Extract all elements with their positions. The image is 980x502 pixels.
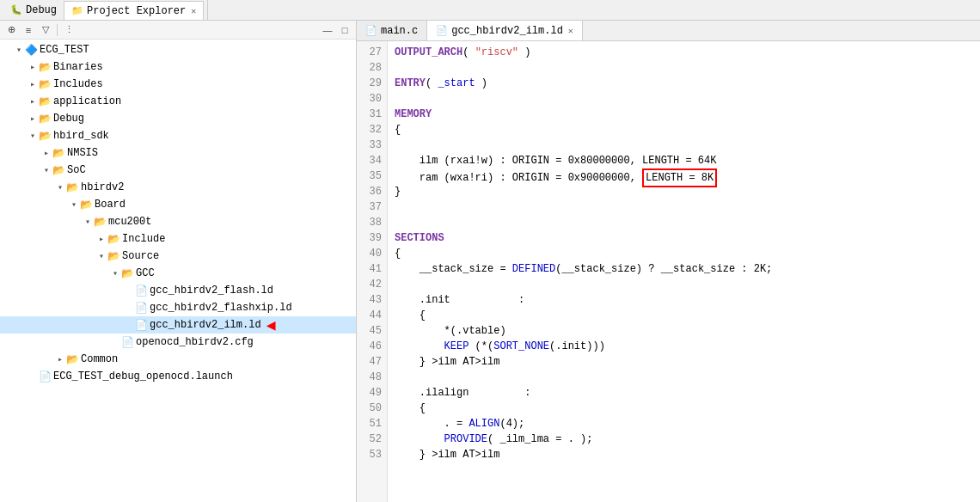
ln-34: 34: [357, 153, 387, 168]
gcc-icon: 📂: [120, 267, 134, 280]
code-line-28: [395, 60, 973, 76]
includes-icon: 📂: [38, 78, 52, 91]
code-line-36: }: [395, 184, 973, 199]
arrow-board: ▾: [69, 199, 79, 210]
code-line-27: OUTPUT_ARCH( "riscv" ): [395, 45, 973, 60]
tab-gcc-ilm-close[interactable]: ✕: [568, 26, 573, 36]
tree-item-gcc-flash[interactable]: ▸ 📄 gcc_hbirdv2_flash.ld: [0, 282, 356, 299]
code-line-38: [395, 215, 973, 230]
code-line-40: {: [395, 246, 973, 261]
tree-item-ecg-test[interactable]: ▾ 🔷 ECG_TEST: [0, 41, 356, 58]
ln-45: 45: [357, 323, 387, 339]
ln-53: 53: [357, 447, 387, 462]
tab-debug[interactable]: 🐛 Debug: [3, 0, 64, 20]
tree-item-board[interactable]: ▾ 📂 Board: [0, 196, 356, 213]
ln-51: 51: [357, 416, 387, 432]
application-label: application: [53, 95, 121, 107]
tree-item-include[interactable]: ▸ 📂 Include: [0, 230, 356, 248]
ln-29: 29: [357, 76, 387, 91]
tree-item-gcc-ilm[interactable]: ▸ 📄 gcc_hbirdv2_ilm.ld ◀: [0, 316, 356, 334]
editor-panel: 📄 main.c 📄 gcc_hbirdv2_ilm.ld ✕ 27 28 29…: [357, 21, 980, 502]
code-line-41: __stack_size = DEFINED(__stack_size) ? _…: [395, 261, 973, 277]
code-line-29: ENTRY( _start ): [395, 76, 973, 91]
code-line-30: [395, 91, 973, 107]
arrow-binaries: ▸: [28, 62, 38, 72]
tree-item-gcc-flashxip[interactable]: ▸ 📄 gcc_hbirdv2_flashxip.ld: [0, 299, 356, 316]
ln-49: 49: [357, 385, 387, 401]
tree-item-debug-folder[interactable]: ▸ 📂 Debug: [0, 110, 356, 127]
tree-item-gcc[interactable]: ▾ 📂 GCC: [0, 265, 356, 282]
editor-tab-bar: 📄 main.c 📄 gcc_hbirdv2_ilm.ld ✕: [357, 21, 980, 41]
tab-main-c[interactable]: 📄 main.c: [357, 21, 427, 40]
tree-item-source[interactable]: ▾ 📂 Source: [0, 248, 356, 265]
debug-icon: 🐛: [10, 4, 22, 15]
maximize-button[interactable]: □: [337, 22, 352, 38]
gcc-ilm-tab-icon: 📄: [436, 25, 448, 36]
tree-item-ecg-launch[interactable]: ▸ 📄 ECG_TEST_debug_openocd.launch: [0, 368, 356, 385]
hbird-sdk-icon: 📂: [38, 130, 52, 143]
ln-39: 39: [357, 230, 387, 246]
tree-item-includes[interactable]: ▸ 📂 Includes: [0, 76, 356, 93]
code-line-51: . = ALIGN(4);: [395, 416, 973, 432]
arrow-include: ▸: [96, 234, 107, 244]
hbird-sdk-label: hbird_sdk: [53, 130, 109, 142]
board-icon: 📂: [79, 199, 93, 211]
link-editor-button[interactable]: ≡: [21, 22, 36, 38]
debug-folder-label: Debug: [53, 113, 84, 125]
code-content: OUTPUT_ARCH( "riscv" ) ENTRY( _start ) M…: [388, 41, 980, 502]
code-line-45: *(.vtable): [395, 323, 973, 339]
arrow-application: ▸: [28, 96, 38, 107]
code-line-33: [395, 138, 973, 153]
tree-item-hbirdv2[interactable]: ▾ 📂 hbirdv2: [0, 179, 356, 196]
ln-42: 42: [357, 277, 387, 292]
gcc-flash-icon: 📄: [134, 285, 148, 297]
ln-52: 52: [357, 432, 387, 447]
tree-item-application[interactable]: ▸ 📂 application: [0, 93, 356, 110]
gcc-ilm-icon: 📄: [134, 319, 148, 332]
tree-item-mcu200t[interactable]: ▾ 📂 mcu200t: [0, 213, 356, 230]
code-editor[interactable]: 27 28 29 30 31 32 33 34 35 36 37 38 39 4…: [357, 41, 980, 502]
main-content: ⊕ ≡ ▽ ⋮ — □ ▾ 🔷 ECG_TEST ▸ 📂: [0, 21, 980, 502]
left-panel: ⊕ ≡ ▽ ⋮ — □ ▾ 🔷 ECG_TEST ▸ 📂: [0, 21, 357, 502]
ln-46: 46: [357, 339, 387, 354]
code-line-34: ilm (rxai!w) : ORIGIN = 0x80000000, LENG…: [395, 153, 973, 168]
code-line-49: .ilalign :: [395, 385, 973, 401]
ln-31: 31: [357, 107, 387, 122]
application-icon: 📂: [38, 95, 52, 108]
filter-button[interactable]: ▽: [38, 22, 53, 38]
code-line-39: SECTIONS: [395, 230, 973, 246]
top-tab-bar: 🐛 Debug 📁 Project Explorer ✕: [0, 0, 980, 21]
ecg-test-label: ECG_TEST: [40, 44, 89, 56]
tab-project-close[interactable]: ✕: [191, 6, 196, 16]
tree-item-binaries[interactable]: ▸ 📂 Binaries: [0, 58, 356, 76]
gcc-flash-label: gcc_hbirdv2_flash.ld: [150, 285, 273, 297]
mcu200t-icon: 📂: [93, 216, 107, 229]
code-line-52: PROVIDE( _ilm_lma = . );: [395, 432, 973, 447]
ln-36: 36: [357, 184, 387, 199]
tab-gcc-ilm[interactable]: 📄 gcc_hbirdv2_ilm.ld ✕: [427, 21, 583, 40]
tree-item-nmsis[interactable]: ▸ 📂 NMSIS: [0, 144, 356, 162]
panel-toolbar: ⊕ ≡ ▽ ⋮ — □: [0, 21, 356, 40]
common-label: Common: [81, 353, 118, 365]
collapse-all-button[interactable]: ⊕: [3, 22, 19, 38]
more-button[interactable]: ⋮: [61, 22, 77, 38]
nmsis-label: NMSIS: [67, 147, 98, 159]
project-tree[interactable]: ▾ 🔷 ECG_TEST ▸ 📂 Binaries ▸ 📂 Includes: [0, 40, 356, 502]
soc-icon: 📂: [52, 164, 65, 177]
tree-item-soc[interactable]: ▾ 📂 SoC: [0, 162, 356, 179]
binaries-icon: 📂: [38, 61, 52, 74]
tree-item-hbird-sdk[interactable]: ▾ 📂 hbird_sdk: [0, 127, 356, 144]
tab-project-explorer[interactable]: 📁 Project Explorer ✕: [64, 1, 204, 20]
line-numbers: 27 28 29 30 31 32 33 34 35 36 37 38 39 4…: [357, 41, 388, 502]
minimize-button[interactable]: —: [320, 22, 335, 38]
tree-item-common[interactable]: ▸ 📂 Common: [0, 351, 356, 368]
ln-37: 37: [357, 199, 387, 215]
tab-main-c-label: main.c: [381, 25, 418, 37]
code-line-37: [395, 199, 973, 215]
ln-28: 28: [357, 60, 387, 76]
tab-project-label: Project Explorer: [87, 5, 186, 17]
project-icon: 📁: [71, 5, 83, 16]
tree-item-openocd-cfg[interactable]: ▸ 📄 openocd_hbirdv2.cfg: [0, 334, 356, 351]
code-line-43: .init :: [395, 292, 973, 308]
mcu200t-label: mcu200t: [108, 216, 151, 228]
